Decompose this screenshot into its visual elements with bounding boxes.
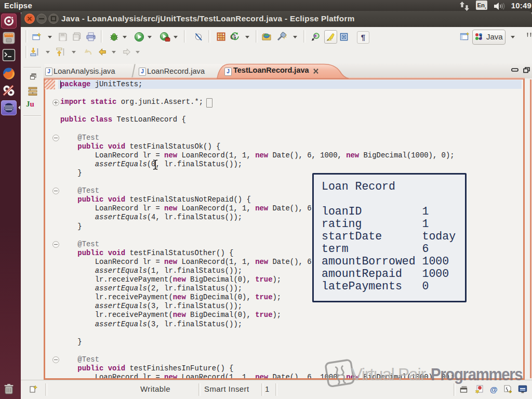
svg-text:J: J [478,34,482,41]
